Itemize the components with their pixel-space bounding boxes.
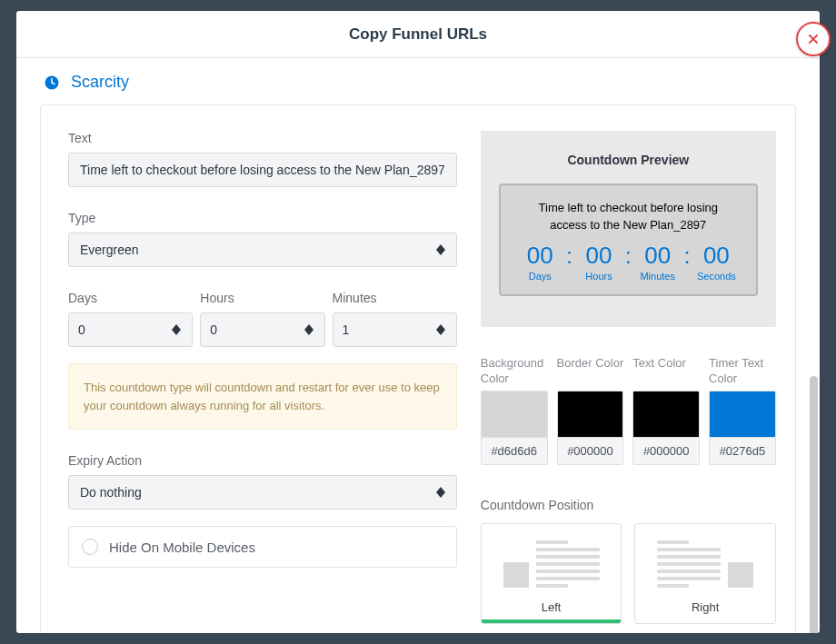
expiry-select[interactable]: Do nothing — [68, 475, 457, 510]
svg-marker-6 — [172, 330, 181, 335]
timer-seconds: 00 Seconds — [695, 243, 737, 282]
left-column: Text Time left to checkout before losing… — [68, 131, 457, 624]
modal: Copy Funnel URLs Scarcity Text Time left… — [16, 11, 820, 633]
timer-seconds-label: Seconds — [695, 271, 737, 282]
text-label: Text — [68, 131, 457, 145]
border-hex: #000000 — [558, 437, 623, 464]
text-color-item[interactable]: Text Color #000000 — [632, 356, 700, 465]
stepper-icon — [172, 324, 181, 335]
text-hex: #000000 — [633, 437, 699, 464]
modal-title: Copy Funnel URLs — [16, 11, 820, 58]
hours-label: Hours — [200, 291, 324, 305]
timer-hours-num: 00 — [578, 243, 620, 267]
days-label: Days — [68, 291, 193, 305]
text-swatch — [633, 391, 699, 437]
days-value: 0 — [78, 322, 85, 337]
svg-marker-9 — [436, 324, 445, 330]
timer-row: 00 Days : 00 Hours : 00 — [528, 243, 729, 282]
position-right-label: Right — [692, 600, 719, 614]
hide-mobile-label: Hide On Mobile Devices — [109, 540, 255, 555]
bg-hex: #d6d6d6 — [482, 437, 547, 464]
timer-color-item[interactable]: Timer Text Color #0276d5 — [709, 356, 776, 465]
position-right-card[interactable]: Right — [634, 523, 776, 624]
radio-icon — [82, 539, 98, 555]
timer-minutes: 00 Minutes — [637, 243, 679, 282]
timer-seconds-num: 00 — [695, 243, 737, 267]
position-right-mock — [657, 535, 753, 588]
minutes-select[interactable]: 1 — [333, 312, 457, 347]
border-swatch — [558, 391, 623, 437]
right-column: Countdown Preview Time left to checkout … — [481, 131, 776, 624]
timer-minutes-label: Minutes — [637, 271, 679, 282]
position-label: Countdown Position — [481, 498, 776, 512]
svg-marker-7 — [304, 324, 314, 330]
timer-colon: : — [684, 243, 691, 267]
border-color-label: Border Color — [557, 356, 624, 385]
bg-swatch — [482, 391, 547, 437]
hours-select[interactable]: 0 — [200, 312, 324, 347]
hours-value: 0 — [210, 322, 217, 337]
days-select[interactable]: 0 — [68, 312, 193, 347]
svg-marker-4 — [436, 250, 445, 255]
stepper-icon — [436, 324, 445, 335]
countdown-card: Time left to checkout before losing acce… — [499, 183, 758, 296]
timer-minutes-num: 00 — [637, 243, 679, 267]
clock-icon — [44, 74, 60, 91]
position-left-label: Left — [542, 600, 562, 614]
timer-days-num: 00 — [519, 243, 561, 267]
info-box: This countdown type will countdown and r… — [68, 363, 457, 430]
text-color-label: Text Color — [632, 356, 700, 385]
close-button[interactable] — [796, 22, 831, 56]
timer-days: 00 Days — [519, 243, 561, 282]
minutes-value: 1 — [343, 322, 350, 337]
duration-row: Days 0 Hours — [68, 291, 457, 347]
timer-colon: : — [625, 243, 632, 267]
timer-hex: #0276d5 — [710, 437, 775, 464]
stepper-icon — [436, 487, 445, 498]
svg-marker-5 — [172, 324, 181, 330]
timer-colon: : — [566, 243, 572, 267]
timer-swatch — [710, 391, 775, 437]
section-header: Scarcity — [40, 69, 796, 104]
bg-color-label: Background Color — [481, 356, 548, 385]
timer-days-label: Days — [519, 271, 561, 282]
section-title: Scarcity — [71, 73, 129, 92]
color-row: Background Color #d6d6d6 Border Color #0… — [481, 356, 776, 465]
modal-body: Scarcity Text Time left to checkout befo… — [16, 58, 820, 633]
expiry-label: Expiry Action — [68, 453, 457, 468]
scrollbar-thumb[interactable] — [810, 376, 818, 633]
timer-hours-label: Hours — [578, 271, 620, 282]
type-label: Type — [68, 211, 457, 225]
svg-marker-3 — [436, 244, 445, 250]
text-input[interactable]: Time left to checkout before losing acce… — [68, 153, 457, 187]
modal-title-text: Copy Funnel URLs — [349, 25, 487, 44]
preview-heading: Countdown Preview — [499, 153, 758, 167]
stepper-icon — [436, 244, 445, 255]
close-icon — [806, 32, 821, 46]
position-left-card[interactable]: Left — [481, 523, 622, 624]
bg-color-item[interactable]: Background Color #d6d6d6 — [481, 356, 548, 465]
border-color-item[interactable]: Border Color #000000 — [557, 356, 624, 465]
countdown-preview: Countdown Preview Time left to checkout … — [481, 131, 776, 327]
svg-marker-8 — [304, 330, 314, 335]
svg-marker-11 — [436, 487, 445, 492]
minutes-label: Minutes — [333, 291, 457, 305]
stepper-icon — [304, 324, 314, 335]
expiry-value: Do nothing — [80, 485, 142, 500]
timer-hours: 00 Hours — [578, 243, 620, 282]
position-row: Left Right — [481, 523, 776, 624]
text-value: Time left to checkout before losing acce… — [80, 163, 445, 177]
svg-marker-10 — [436, 330, 445, 335]
settings-panel: Text Time left to checkout before losing… — [40, 104, 796, 633]
svg-marker-12 — [436, 492, 445, 498]
position-left-mock — [503, 535, 600, 588]
countdown-text: Time left to checkout before losing acce… — [528, 200, 729, 234]
type-value: Evergreen — [80, 243, 139, 257]
type-select[interactable]: Evergreen — [68, 233, 457, 267]
timer-color-label: Timer Text Color — [709, 356, 776, 385]
hide-mobile-row[interactable]: Hide On Mobile Devices — [68, 526, 457, 568]
